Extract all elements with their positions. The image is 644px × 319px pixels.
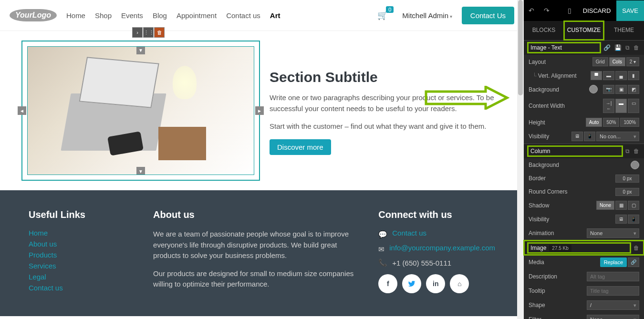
cols-count-select[interactable]: 2 ▾	[626, 57, 639, 66]
shadow-in-icon[interactable]: ▢	[628, 201, 639, 210]
shape-select[interactable]: /	[587, 300, 639, 310]
vis-condition-select[interactable]: No con...	[596, 132, 639, 141]
linkedin-icon[interactable]: in	[426, 274, 445, 293]
section-subtitle[interactable]: Section Subtitle	[270, 69, 502, 85]
resize-handle-bottom[interactable]: ▼	[136, 167, 145, 175]
bg-shape-icon[interactable]: ◩	[628, 85, 639, 94]
bg-image-icon[interactable]: 📷	[603, 85, 614, 94]
footer-email-link[interactable]: info@yourcompany.example.com	[389, 244, 495, 252]
resize-handle-left[interactable]: ◄	[18, 106, 26, 115]
section-header-image[interactable]: Image27.5 Kb 🗑	[524, 240, 644, 255]
duplicate-column-icon[interactable]: ⧉	[625, 148, 630, 154]
section-paragraph-2[interactable]: Start with the customer – find out what …	[270, 121, 502, 132]
replace-media-button[interactable]: Replace	[600, 257, 627, 267]
vis-desktop-icon[interactable]: 🖥	[571, 132, 583, 141]
filter-select[interactable]: None	[587, 315, 639, 319]
nav-shop[interactable]: Shop	[95, 11, 112, 20]
footer-link-legal[interactable]: Legal	[29, 273, 129, 281]
toolbar-move-icon[interactable]: ›	[132, 27, 143, 38]
height-100-button[interactable]: 100%	[620, 118, 639, 127]
panel-tabs: BLOCKS CUSTOMIZE THEME	[524, 21, 644, 40]
layout-grid-button[interactable]: Grid	[592, 57, 608, 66]
user-menu[interactable]: Mitchell Admin	[402, 11, 452, 20]
nav-events[interactable]: Events	[121, 11, 143, 20]
connect-title: Connect with us	[378, 209, 495, 220]
width-normal-icon[interactable]: ▬	[615, 99, 627, 113]
tab-customize[interactable]: CUSTOMIZE	[564, 21, 604, 40]
undo-icon[interactable]: ↶	[524, 7, 539, 14]
border-label: Border	[529, 175, 615, 182]
section-header-column[interactable]: Column ⧉ 🗑	[524, 144, 644, 158]
media-label: Media	[529, 259, 600, 266]
footer-link-home[interactable]: Home	[29, 229, 129, 237]
save-block-icon[interactable]: 💾	[614, 44, 622, 51]
mobile-preview-icon[interactable]: ▯	[562, 7, 577, 14]
bg-video-icon[interactable]: ▣	[615, 85, 627, 94]
resize-handle-top[interactable]: ▼	[136, 46, 145, 54]
site-logo[interactable]: YourLogo	[10, 9, 57, 21]
footer-link-services[interactable]: Services	[29, 262, 129, 270]
shadow-none-button[interactable]: None	[596, 201, 614, 210]
height-auto-button[interactable]: Auto	[586, 118, 602, 127]
footer-link-contact[interactable]: Contact us	[29, 284, 129, 292]
valign-bottom-icon[interactable]: ▄	[615, 71, 627, 80]
animation-select[interactable]: None	[587, 228, 639, 238]
tab-blocks[interactable]: BLOCKS	[524, 21, 564, 40]
nav-appointment[interactable]: Appointment	[177, 11, 217, 20]
alt-tag-input[interactable]	[587, 272, 639, 281]
width-full-icon[interactable]: ▭	[628, 99, 639, 113]
title-tag-input[interactable]	[587, 286, 639, 296]
main-nav: Home Shop Events Blog Appointment Contac…	[66, 11, 363, 20]
tab-theme[interactable]: THEME	[604, 21, 644, 40]
phone-icon: 📞	[378, 258, 387, 267]
save-button[interactable]: SAVE	[616, 0, 644, 21]
section-header-image-text[interactable]: Image - Text 🔗 💾 ⧉ 🗑	[524, 40, 644, 55]
media-link-icon[interactable]: 🔗	[628, 257, 639, 267]
valign-stretch-icon[interactable]: ▮	[628, 71, 639, 80]
twitter-icon[interactable]	[402, 274, 421, 293]
vis-mobile-icon[interactable]: 📱	[584, 132, 595, 141]
link-icon[interactable]: 🔗	[603, 44, 611, 51]
redo-icon[interactable]: ↷	[539, 7, 554, 14]
nav-contact[interactable]: Contact us	[226, 11, 260, 20]
main-scrollbar[interactable]	[517, 0, 524, 319]
image-text-section: › ⋮⋮ 🗑 ◄ ► ▼ ▼ Section Subtitle Write on…	[0, 31, 524, 190]
trash-icon[interactable]: 🗑	[634, 44, 639, 51]
bg-color-picker[interactable]	[589, 85, 598, 93]
valign-middle-icon[interactable]: ▬	[603, 71, 614, 80]
footer-link-products[interactable]: Products	[29, 251, 129, 259]
duplicate-icon[interactable]: ⧉	[625, 44, 630, 51]
layout-cols-button[interactable]: Cols	[609, 57, 625, 66]
trash-image-icon[interactable]: 🗑	[634, 245, 639, 251]
shadow-out-icon[interactable]: ▦	[615, 201, 627, 210]
footer-link-about[interactable]: About us	[29, 240, 129, 248]
toolbar-grid-icon[interactable]: ⋮⋮	[143, 27, 154, 38]
selected-image[interactable]: ▼ ▼	[27, 46, 254, 175]
col-bg-color[interactable]	[631, 161, 639, 169]
cart-icon[interactable]: 🛒0	[377, 10, 388, 21]
col-vis-desktop-icon[interactable]: 🖥	[615, 215, 627, 224]
trash-column-icon[interactable]: 🗑	[634, 148, 639, 154]
col-vis-mobile-icon[interactable]: 📱	[628, 215, 639, 224]
contact-us-button[interactable]: Contact Us	[462, 7, 514, 24]
discard-button[interactable]: DISCARD	[577, 7, 617, 14]
nav-blog[interactable]: Blog	[153, 11, 167, 20]
discover-more-button[interactable]: Discover more	[270, 139, 331, 155]
footer-contact-link[interactable]: Contact us	[392, 229, 426, 237]
nav-home[interactable]: Home	[66, 11, 85, 20]
home-icon[interactable]: ⌂	[450, 274, 469, 293]
height-50-button[interactable]: 50%	[603, 118, 619, 127]
image-size-badge: 27.5 Kb	[549, 245, 571, 252]
tooltip-label: Tooltip	[529, 288, 587, 294]
round-input[interactable]: 0 px	[615, 188, 639, 196]
speech-icon: 💬	[378, 230, 387, 239]
toolbar-delete-icon[interactable]: 🗑	[154, 27, 165, 38]
about-paragraph-1: We are a team of passionate people whose…	[153, 229, 354, 261]
resize-handle-right[interactable]: ►	[255, 106, 264, 115]
facebook-icon[interactable]: f	[378, 274, 397, 293]
image-column[interactable]: › ⋮⋮ 🗑 ◄ ► ▼ ▼	[21, 41, 260, 181]
nav-art[interactable]: Art	[270, 11, 280, 20]
width-small-icon[interactable]: →|←	[603, 99, 614, 113]
valign-top-icon[interactable]: ▀	[591, 71, 602, 80]
border-input[interactable]: 0 px	[615, 175, 639, 183]
